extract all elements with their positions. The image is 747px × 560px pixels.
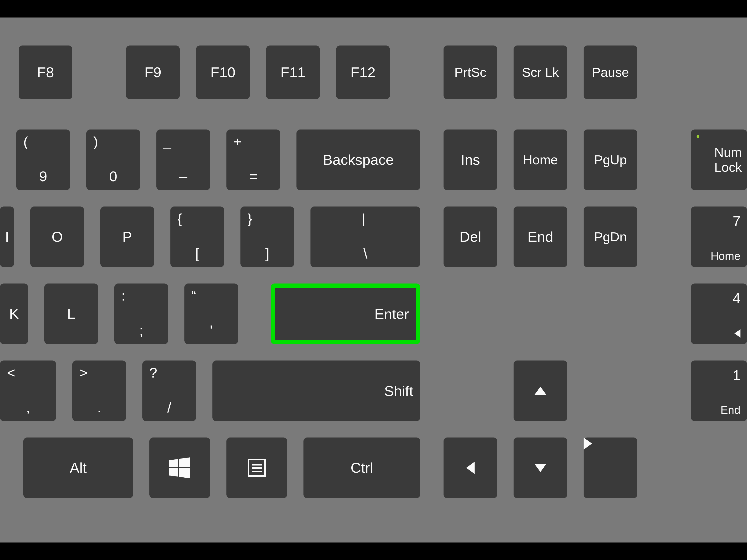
key-9[interactable]: ( 9 — [16, 130, 70, 190]
key-numpad-7[interactable]: 7 Home — [691, 207, 747, 267]
key-minus[interactable]: _ – — [156, 130, 210, 190]
key-label: Num Lock — [714, 145, 742, 175]
arrow-down-icon — [514, 437, 567, 498]
key-right-bracket[interactable]: } ] — [240, 207, 294, 267]
key-slash[interactable]: ? / — [143, 361, 196, 421]
key-lower: 0 — [86, 168, 140, 185]
key-label: Shift — [212, 361, 413, 421]
key-numpad-4[interactable]: 4 — [691, 284, 747, 344]
key-insert[interactable]: Ins — [443, 130, 497, 190]
key-print-screen[interactable]: PrtSc — [443, 46, 497, 99]
key-label: I — [0, 207, 14, 267]
key-label: PrtSc — [443, 46, 497, 99]
key-upper: : — [121, 288, 125, 304]
key-lower: 9 — [16, 168, 70, 185]
key-lower: = — [227, 168, 280, 185]
numlock-led-icon — [697, 135, 699, 138]
key-upper: } — [248, 211, 252, 227]
key-enter[interactable]: Enter — [271, 284, 420, 344]
key-arrow-up[interactable] — [514, 361, 567, 421]
key-ctrl-right[interactable]: Ctrl — [304, 437, 420, 498]
key-label: K — [0, 284, 28, 344]
key-backslash[interactable]: | \ — [310, 207, 420, 267]
key-main: 1 — [733, 367, 741, 383]
key-home[interactable]: Home — [514, 130, 567, 190]
key-menu[interactable] — [227, 437, 287, 498]
keyboard-surface: F8 F9 F10 F11 F12 PrtSc Scr Lk Pause ( 9… — [0, 18, 747, 542]
key-lower: [ — [171, 245, 224, 262]
key-0[interactable]: ) 0 — [86, 130, 140, 190]
key-label: L — [44, 284, 98, 344]
key-label: End — [514, 207, 567, 267]
key-upper: ( — [23, 134, 28, 150]
key-o[interactable]: O — [30, 207, 84, 267]
key-shift-right[interactable]: Shift — [212, 361, 420, 421]
key-f8[interactable]: F8 — [19, 46, 72, 99]
key-label: Backspace — [297, 130, 420, 190]
key-label: F8 — [19, 46, 72, 99]
key-f11[interactable]: F11 — [266, 46, 320, 99]
key-scroll-lock[interactable]: Scr Lk — [514, 46, 567, 99]
key-windows[interactable] — [149, 437, 210, 498]
arrow-up-icon — [514, 361, 567, 421]
key-label: F11 — [266, 46, 320, 99]
key-label: PgUp — [584, 130, 637, 190]
key-num-lock[interactable]: Num Lock — [691, 130, 747, 190]
key-p[interactable]: P — [100, 207, 154, 267]
key-label: F10 — [196, 46, 250, 99]
key-label: Ctrl — [304, 437, 420, 498]
windows-logo-icon — [149, 437, 210, 498]
key-arrow-down[interactable] — [514, 437, 567, 498]
key-label: Home — [514, 130, 567, 190]
key-delete[interactable]: Del — [443, 207, 497, 267]
key-page-up[interactable]: PgUp — [584, 130, 637, 190]
key-quote[interactable]: “ ' — [184, 284, 238, 344]
key-main: 4 — [733, 290, 741, 306]
key-pause[interactable]: Pause — [584, 46, 637, 99]
key-label: Pause — [584, 46, 637, 99]
key-lower: – — [156, 168, 210, 185]
key-backspace[interactable]: Backspace — [297, 130, 420, 190]
key-lower: . — [72, 399, 126, 416]
key-l[interactable]: L — [44, 284, 98, 344]
key-equals[interactable]: + = — [227, 130, 280, 190]
key-main: 7 — [733, 213, 741, 229]
key-sub: End — [721, 404, 741, 417]
key-lower: ; — [114, 322, 168, 339]
key-label: PgDn — [584, 207, 637, 267]
key-arrow-right[interactable] — [584, 437, 637, 498]
key-label: O — [30, 207, 84, 267]
key-semicolon[interactable]: : ; — [114, 284, 168, 344]
key-label: Scr Lk — [514, 46, 567, 99]
key-left-bracket[interactable]: { [ — [171, 207, 224, 267]
key-page-down[interactable]: PgDn — [584, 207, 637, 267]
key-upper: | — [362, 211, 365, 227]
key-upper: { — [177, 211, 182, 227]
menu-icon — [227, 437, 287, 498]
key-k[interactable]: K — [0, 284, 28, 344]
key-label: F9 — [126, 46, 180, 99]
key-label: Del — [443, 207, 497, 267]
key-end[interactable]: End — [514, 207, 567, 267]
key-comma[interactable]: < , — [0, 361, 56, 421]
key-upper: ? — [149, 365, 157, 381]
key-upper: + — [233, 134, 241, 150]
key-lower: ] — [240, 245, 294, 262]
key-numpad-1[interactable]: 1 End — [691, 361, 747, 421]
key-label: F12 — [336, 46, 390, 99]
key-upper: ) — [93, 134, 98, 150]
key-upper: > — [79, 365, 87, 381]
key-f10[interactable]: F10 — [196, 46, 250, 99]
key-i[interactable]: I — [0, 207, 14, 267]
key-label: P — [100, 207, 154, 267]
arrow-left-icon — [443, 437, 497, 498]
key-period[interactable]: > . — [72, 361, 126, 421]
key-lower: ' — [184, 322, 238, 339]
key-upper: “ — [191, 288, 196, 304]
key-label: Ins — [443, 130, 497, 190]
key-f9[interactable]: F9 — [126, 46, 180, 99]
key-lower: / — [143, 399, 196, 416]
key-f12[interactable]: F12 — [336, 46, 390, 99]
key-alt-right[interactable]: Alt — [23, 437, 133, 498]
key-arrow-left[interactable] — [443, 437, 497, 498]
